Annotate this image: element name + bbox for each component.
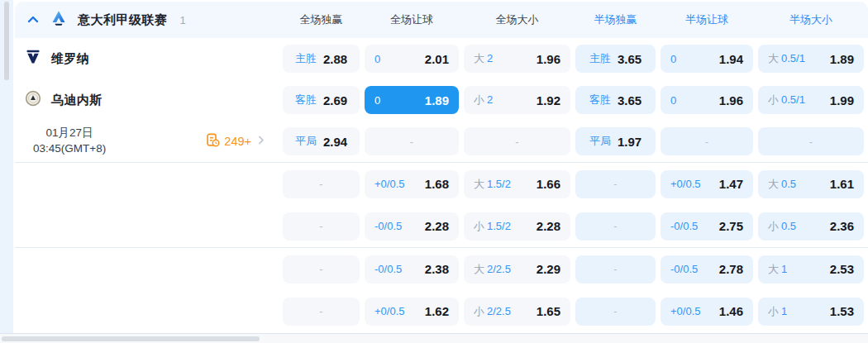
odds-label: 0 — [374, 53, 380, 65]
odds-cell[interactable]: 主胜 3.65 — [575, 45, 656, 73]
ou-direction: 小 — [474, 220, 484, 232]
ou-direction: 大 — [768, 263, 779, 275]
home-team: 维罗纳 — [15, 49, 278, 69]
odds-cell[interactable]: +0/0.5 1.47 — [661, 170, 753, 198]
odds-value: 1.96 — [537, 52, 560, 66]
odds-cell-empty: - — [661, 127, 753, 155]
vertical-scrollbar-thumb[interactable] — [4, 2, 9, 80]
odds-cell[interactable]: 大2 1.96 — [464, 45, 570, 73]
more-markets-link[interactable]: 249+ — [206, 133, 266, 150]
ou-direction: 小 — [768, 305, 779, 317]
odds-value: 1.99 — [830, 93, 854, 107]
odds-cell[interactable]: -0/0.5 2.28 — [365, 212, 459, 241]
away-team: 乌迪内斯 — [15, 90, 278, 110]
odds-cell[interactable]: +0/0.5 1.62 — [365, 298, 459, 326]
odds-value: 2.28 — [425, 219, 449, 233]
ou-direction: 大 — [474, 178, 484, 190]
column-header-half-overunder: 半场大小 — [758, 12, 864, 27]
home-team-name: 维罗纳 — [51, 51, 90, 67]
odds-value: 1.89 — [830, 52, 854, 66]
odds-value: 2.29 — [537, 262, 560, 276]
away-team-logo-icon — [25, 90, 41, 110]
odds-cell[interactable]: 大1 2.53 — [758, 255, 864, 283]
odds-cell-empty: - — [758, 127, 864, 155]
odds-value: 2.78 — [719, 262, 743, 276]
ou-line: 1 — [781, 305, 787, 317]
odds-value: 1.92 — [537, 93, 560, 107]
ou-line: 1 — [781, 263, 787, 275]
odds-cell[interactable]: 小0.5 2.36 — [758, 212, 864, 241]
odds-cell-empty: - — [365, 127, 459, 155]
odds-cell[interactable]: 大2/2.5 2.29 — [464, 255, 570, 283]
odds-label: 客胜 — [589, 93, 611, 107]
odds-value: 1.94 — [719, 52, 743, 66]
odds-cell[interactable]: 平局 2.94 — [283, 127, 360, 155]
column-header-full-overunder: 全场大小 — [464, 12, 570, 27]
odds-value: 2.94 — [323, 135, 347, 149]
horizontal-scrollbar-thumb[interactable] — [2, 336, 260, 341]
odds-value: 2.36 — [830, 219, 854, 233]
odds-label: +0/0.5 — [374, 178, 405, 190]
odds-cell[interactable]: 大0.5/1 1.89 — [758, 45, 864, 73]
odds-cell[interactable]: 平局 1.97 — [575, 127, 656, 155]
odds-cell-selected[interactable]: 0 1.89 — [365, 86, 459, 114]
odds-label: 0 — [374, 94, 380, 107]
league-panel: 意大利甲级联赛 1 全场独赢 全场让球 全场大小 半场独赢 半场让球 半场大小 … — [15, 2, 868, 332]
odds-value: 2.69 — [323, 93, 347, 107]
odds-cell[interactable]: 0 1.96 — [661, 86, 753, 114]
odds-cell[interactable]: 大1.5/2 1.66 — [464, 170, 570, 198]
odds-label: 客胜 — [295, 93, 317, 107]
match-time: 03:45(GMT+8) — [33, 141, 106, 157]
odds-label: 0 — [670, 53, 676, 65]
odds-label: +0/0.5 — [670, 305, 701, 317]
odds-cell[interactable]: 大0.5 1.61 — [758, 170, 864, 198]
odds-label: 平局 — [589, 134, 611, 149]
odds-cell[interactable]: 小2 1.92 — [464, 86, 570, 114]
ou-line: 2/2.5 — [487, 263, 511, 275]
odds-row-draw: 01月27日 03:45(GMT+8) 249+ — [15, 121, 868, 162]
odds-cell[interactable]: 客胜 3.65 — [575, 86, 656, 114]
odds-value: 2.53 — [830, 262, 854, 276]
odds-cell[interactable]: 0 1.94 — [661, 45, 753, 73]
odds-value: 1.46 — [719, 304, 743, 318]
ou-direction: 小 — [768, 93, 779, 106]
away-team-name: 乌迪内斯 — [51, 93, 103, 108]
odds-cell[interactable]: 小1 1.53 — [758, 298, 864, 326]
ou-line: 2 — [487, 93, 493, 106]
odds-value: 1.65 — [537, 304, 560, 318]
chevron-up-icon[interactable] — [26, 13, 40, 26]
ou-direction: 小 — [768, 220, 779, 232]
odds-label: 0 — [670, 94, 676, 107]
odds-cell[interactable]: 小1.5/2 2.28 — [464, 212, 570, 241]
odds-cell[interactable]: 0 2.01 — [365, 45, 459, 73]
odds-row-alt: - -0/0.5 2.28 小1.5/2 2.28 - -0/0.5 2.75 … — [15, 205, 868, 247]
odds-cell[interactable]: 客胜 2.69 — [283, 86, 360, 114]
chevron-right-icon — [255, 134, 266, 149]
odds-value: 1.96 — [719, 93, 743, 107]
match-count: 1 — [180, 14, 186, 26]
odds-cell-empty: - — [575, 170, 656, 198]
match-datetime: 01月27日 03:45(GMT+8) — [33, 126, 106, 157]
odds-row-alt: - +0/0.5 1.68 大1.5/2 1.66 - +0/0.5 1.47 … — [15, 163, 868, 205]
odds-cell[interactable]: -0/0.5 2.75 — [661, 212, 753, 241]
odds-cell[interactable]: -0/0.5 2.38 — [365, 255, 459, 283]
vertical-scrollbar[interactable] — [0, 0, 13, 333]
odds-cell-empty: - — [575, 298, 656, 326]
odds-cell[interactable]: 小2/2.5 1.65 — [464, 298, 570, 326]
horizontal-scrollbar[interactable] — [0, 333, 868, 343]
column-header-half-win: 半场独赢 — [575, 12, 656, 27]
odds-value: 1.61 — [830, 177, 854, 191]
odds-cell-empty: - — [283, 298, 360, 326]
odds-label: 主胜 — [589, 51, 611, 66]
column-header-full-win: 全场独赢 — [283, 12, 360, 27]
odds-cell[interactable]: 主胜 2.88 — [283, 45, 360, 73]
home-team-logo-icon — [25, 49, 41, 69]
odds-cell[interactable]: +0/0.5 1.46 — [661, 298, 753, 326]
ou-direction: 小 — [474, 93, 484, 106]
odds-cell[interactable]: 小0.5/1 1.99 — [758, 86, 864, 114]
ou-line: 0.5 — [781, 178, 796, 190]
odds-cell[interactable]: +0/0.5 1.68 — [365, 170, 459, 198]
ou-line: 2 — [487, 52, 493, 64]
odds-row-alt: - -0/0.5 2.38 大2/2.5 2.29 - -0/0.5 2.78 … — [15, 248, 868, 290]
odds-cell[interactable]: -0/0.5 2.78 — [661, 255, 753, 283]
